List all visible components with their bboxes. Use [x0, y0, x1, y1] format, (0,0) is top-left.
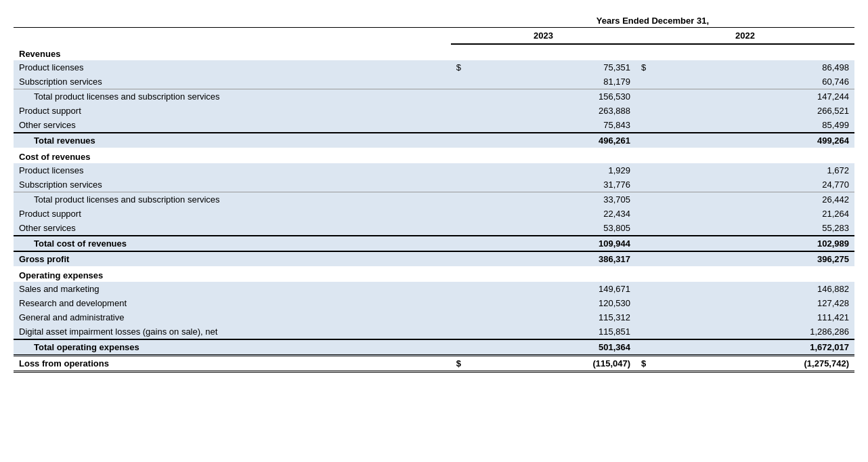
value1: 33,705: [476, 192, 636, 207]
year-columns-row: 2023 2022: [14, 28, 854, 45]
row-label: Product support: [14, 207, 451, 221]
value1: 75,843: [476, 118, 636, 133]
value2: 499,264: [661, 133, 854, 148]
table-row-revenues-header: Revenues: [14, 44, 854, 60]
row-label: Product licenses: [14, 163, 451, 177]
currency1: [451, 163, 476, 177]
row-label: Product licenses: [14, 60, 451, 75]
table-row-product-support-rev: Product support 263,888 266,521: [14, 104, 854, 118]
year-2022-header: 2022: [636, 28, 854, 45]
currency1: [451, 89, 476, 104]
value1: 22,434: [476, 207, 636, 221]
currency2: [636, 324, 661, 339]
value2: 266,521: [661, 104, 854, 118]
value1: 1,929: [476, 163, 636, 177]
section-header-label: Operating expenses: [14, 266, 854, 282]
row-label: Gross profit: [14, 251, 451, 266]
currency2: [636, 133, 661, 148]
currency1: [451, 339, 476, 356]
table-row-operating-expenses-header: Operating expenses: [14, 266, 854, 282]
value2: (1,275,742): [661, 356, 854, 372]
table-row-other-services-rev: Other services 75,843 85,499: [14, 118, 854, 133]
financial-statements-table: Years Ended December 31, 2023 2022 Reven…: [14, 14, 854, 373]
row-label: Subscription services: [14, 75, 451, 89]
value1: 53,805: [476, 221, 636, 236]
currency1: $: [451, 356, 476, 372]
value1: 75,351: [476, 60, 636, 75]
table-row-cost-of-revenues-header: Cost of revenues: [14, 148, 854, 163]
currency1: [451, 104, 476, 118]
currency2: [636, 310, 661, 324]
currency1: [451, 310, 476, 324]
value2: 21,264: [661, 207, 854, 221]
section-header-label: Revenues: [14, 44, 854, 60]
currency2: $: [636, 60, 661, 75]
table-row-general-administrative: General and administrative 115,312 111,4…: [14, 310, 854, 324]
table-row-sales-marketing: Sales and marketing 149,671 146,882: [14, 282, 854, 296]
table-body: Revenues Product licenses $ 75,351 $ 86,…: [14, 44, 854, 372]
value1: 109,944: [476, 236, 636, 251]
table-row-product-support-cost: Product support 22,434 21,264: [14, 207, 854, 221]
value1: 496,261: [476, 133, 636, 148]
table-row-total-operating-expenses: Total operating expenses 501,364 1,672,0…: [14, 339, 854, 356]
value2: 24,770: [661, 177, 854, 192]
header-main-row: Years Ended December 31,: [14, 14, 854, 28]
table-row-loss-from-operations: Loss from operations $ (115,047) $ (1,27…: [14, 356, 854, 372]
table-row-subscription-services-cost: Subscription services 31,776 24,770: [14, 177, 854, 192]
currency2: [636, 104, 661, 118]
currency2: [636, 75, 661, 89]
value2: 127,428: [661, 296, 854, 310]
currency1: [451, 75, 476, 89]
row-label: Total product licenses and subscription …: [14, 89, 451, 104]
row-label: Research and development: [14, 296, 451, 310]
value1: 156,530: [476, 89, 636, 104]
currency2: [636, 296, 661, 310]
row-label: Total revenues: [14, 133, 451, 148]
table-row-gross-profit: Gross profit 386,317 396,275: [14, 251, 854, 266]
table-row-total-product-licenses-rev: Total product licenses and subscription …: [14, 89, 854, 104]
value2: 26,442: [661, 192, 854, 207]
table-row-research-development: Research and development 120,530 127,428: [14, 296, 854, 310]
currency1: [451, 296, 476, 310]
currency2: [636, 207, 661, 221]
currency1: $: [451, 60, 476, 75]
row-label: Total product licenses and subscription …: [14, 192, 451, 207]
section-header-label: Cost of revenues: [14, 148, 854, 163]
value1: 115,312: [476, 310, 636, 324]
currency2: [636, 89, 661, 104]
table-row-total-revenues: Total revenues 496,261 499,264: [14, 133, 854, 148]
value1: 115,851: [476, 324, 636, 339]
value2: 396,275: [661, 251, 854, 266]
row-label: Sales and marketing: [14, 282, 451, 296]
table-row-digital-asset: Digital asset impairment losses (gains o…: [14, 324, 854, 339]
currency1: [451, 207, 476, 221]
value1: 386,317: [476, 251, 636, 266]
currency1: [451, 192, 476, 207]
row-label: General and administrative: [14, 310, 451, 324]
currency1: [451, 118, 476, 133]
row-label: Loss from operations: [14, 356, 451, 372]
value2: 1,672,017: [661, 339, 854, 356]
table-row-product-licenses-cost: Product licenses 1,929 1,672: [14, 163, 854, 177]
value1: (115,047): [476, 356, 636, 372]
value2: 111,421: [661, 310, 854, 324]
currency2: [636, 118, 661, 133]
row-label: Other services: [14, 118, 451, 133]
years-ended-header: Years Ended December 31,: [451, 14, 854, 28]
value2: 55,283: [661, 221, 854, 236]
currency2: [636, 251, 661, 266]
value1: 81,179: [476, 75, 636, 89]
value2: 102,989: [661, 236, 854, 251]
value1: 31,776: [476, 177, 636, 192]
currency1: [451, 221, 476, 236]
year-2023-header: 2023: [451, 28, 636, 45]
table-row-subscription-services: Subscription services 81,179 60,746: [14, 75, 854, 89]
row-label: Product support: [14, 104, 451, 118]
currency2: [636, 221, 661, 236]
row-label: Total operating expenses: [14, 339, 451, 356]
currency1: [451, 133, 476, 148]
currency2: [636, 339, 661, 356]
row-label: Digital asset impairment losses (gains o…: [14, 324, 451, 339]
currency2: $: [636, 356, 661, 372]
value1: 120,530: [476, 296, 636, 310]
